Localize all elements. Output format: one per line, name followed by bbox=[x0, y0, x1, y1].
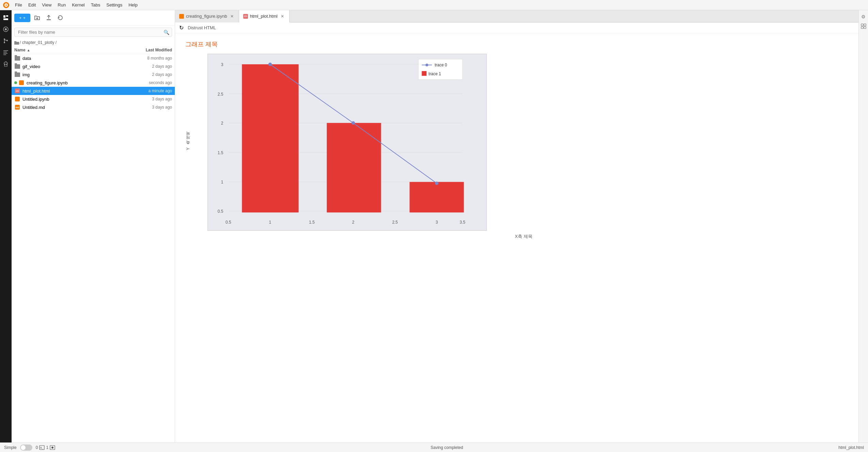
chart-svg: 3 2.5 2 1.5 1 0.5 0.5 1 1.5 2 bbox=[208, 54, 486, 230]
svg-point-53 bbox=[51, 447, 53, 449]
svg-point-2 bbox=[5, 4, 7, 6]
file-modified: 8 months ago bbox=[118, 56, 172, 61]
sidebar-git-btn[interactable] bbox=[1, 36, 11, 46]
mode-toggle[interactable] bbox=[20, 445, 32, 451]
tab-close-btn[interactable]: ✕ bbox=[280, 14, 285, 19]
refresh-action-icon: ↻ bbox=[179, 25, 184, 31]
svg-rect-47 bbox=[864, 24, 866, 26]
svg-rect-48 bbox=[861, 27, 863, 29]
tab-label: creating_figure.ipynb bbox=[186, 14, 227, 19]
menu-settings[interactable]: Settings bbox=[104, 2, 125, 8]
menu-file[interactable]: File bbox=[12, 2, 25, 8]
right-sidebar-settings-btn[interactable]: ⚙ bbox=[860, 13, 867, 20]
app-logo bbox=[3, 2, 10, 9]
menu-help[interactable]: Help bbox=[126, 2, 140, 8]
svg-text:0.5: 0.5 bbox=[226, 220, 231, 225]
file-modified: 2 days ago bbox=[118, 64, 172, 69]
svg-point-8 bbox=[4, 38, 5, 40]
right-sidebar-extensions-btn[interactable] bbox=[860, 22, 867, 30]
y-axis-label: Y축 제목 bbox=[185, 134, 191, 150]
list-item[interactable]: </> html_plot.html a minute ago bbox=[12, 87, 175, 95]
content-area: creating_figure.ipynb ✕ </> html_plot.ht… bbox=[175, 10, 858, 442]
tab-creating-figure[interactable]: creating_figure.ipynb ✕ bbox=[175, 10, 239, 22]
menu-view[interactable]: View bbox=[39, 2, 54, 8]
sidebar-files-btn[interactable] bbox=[1, 13, 11, 22]
svg-text:trace 1: trace 1 bbox=[429, 71, 441, 76]
search-icon: 🔍 bbox=[164, 30, 169, 35]
svg-text:3: 3 bbox=[221, 62, 223, 67]
tab-html-plot[interactable]: </> html_plot.html ✕ bbox=[239, 10, 290, 22]
new-folder-button[interactable] bbox=[32, 13, 42, 22]
folder-icon bbox=[14, 72, 20, 77]
svg-rect-14 bbox=[3, 52, 7, 52]
line-dot-2 bbox=[352, 121, 355, 125]
col-modified-header: Last Modified bbox=[118, 48, 172, 52]
sort-arrow-icon: ▲ bbox=[27, 48, 30, 52]
svg-rect-17 bbox=[5, 64, 5, 65]
running-indicator bbox=[14, 81, 17, 84]
svg-rect-5 bbox=[3, 18, 8, 20]
file-name: html_plot.html bbox=[22, 88, 118, 94]
file-name: gif_video bbox=[22, 64, 118, 69]
line-dot-1 bbox=[268, 63, 272, 66]
plot-area: 3 2.5 2 1.5 1 0.5 0.5 1 1.5 2 bbox=[207, 54, 487, 231]
svg-rect-15 bbox=[3, 53, 7, 54]
list-item[interactable]: data 8 months ago bbox=[12, 54, 175, 62]
refresh-button[interactable] bbox=[56, 13, 65, 22]
svg-text:1: 1 bbox=[221, 180, 223, 184]
sidebar-running-btn[interactable] bbox=[1, 25, 11, 34]
toggle-knob bbox=[21, 445, 26, 450]
svg-point-9 bbox=[4, 42, 5, 43]
file-name: Untitled.md bbox=[22, 105, 118, 110]
svg-point-7 bbox=[5, 28, 7, 30]
list-item[interactable]: Untitled.ipynb 3 days ago bbox=[12, 95, 175, 103]
breadcrumb: / chapter_01_plotly / bbox=[12, 39, 175, 46]
svg-text:0.5: 0.5 bbox=[218, 209, 223, 214]
file-list-header: Name ▲ Last Modified bbox=[12, 46, 175, 54]
menu-kernel[interactable]: Kernel bbox=[69, 2, 88, 8]
sort-by-name[interactable]: Name ▲ bbox=[14, 48, 118, 52]
bar-1 bbox=[242, 64, 298, 212]
tab-label: html_plot.html bbox=[250, 14, 278, 19]
list-item[interactable]: creating_figure.ipynb seconds ago bbox=[12, 79, 175, 87]
tab-close-btn[interactable]: ✕ bbox=[229, 14, 235, 19]
file-list: data 8 months ago gif_video 2 days ago i… bbox=[12, 54, 175, 442]
plot-container: Y축 제목 3 2.5 2 bbox=[185, 54, 848, 240]
search-input[interactable] bbox=[14, 28, 172, 37]
menu-edit[interactable]: Edit bbox=[26, 2, 38, 8]
html-file-icon: </> bbox=[14, 88, 20, 94]
menubar: File Edit View Run Kernel Tabs Settings … bbox=[0, 0, 868, 10]
action-bar: ↻ Distrust HTML bbox=[175, 22, 858, 33]
notebook-icon bbox=[18, 80, 25, 85]
svg-text:3.5: 3.5 bbox=[460, 220, 465, 225]
list-item[interactable]: img 2 days ago bbox=[12, 70, 175, 79]
menu-run[interactable]: Run bbox=[55, 2, 68, 8]
sidebar-extensions-btn[interactable] bbox=[1, 59, 11, 69]
svg-text:3: 3 bbox=[436, 220, 438, 225]
menu-tabs[interactable]: Tabs bbox=[88, 2, 103, 8]
status-counter: 0 $_ 1 bbox=[36, 445, 55, 450]
svg-text:$_: $_ bbox=[40, 446, 43, 449]
list-item[interactable]: gif_video 2 days ago bbox=[12, 62, 175, 70]
new-file-button[interactable]: + + bbox=[14, 14, 30, 22]
current-file-status: html_plot.html bbox=[838, 445, 864, 450]
sidebar-toc-btn[interactable] bbox=[1, 48, 11, 57]
svg-rect-44 bbox=[422, 71, 427, 76]
file-panel: + + 🔍 / chapter_01_plotly / Name bbox=[12, 10, 175, 442]
file-modified: 2 days ago bbox=[118, 72, 172, 77]
upload-button[interactable] bbox=[44, 13, 53, 22]
svg-rect-13 bbox=[3, 50, 8, 51]
svg-point-42 bbox=[425, 64, 428, 66]
distrust-html-button[interactable]: Distrust HTML bbox=[186, 25, 217, 31]
svg-text:trace 0: trace 0 bbox=[435, 63, 447, 67]
bar-3 bbox=[409, 182, 464, 213]
svg-rect-3 bbox=[3, 15, 5, 18]
file-panel-toolbar: + + bbox=[12, 10, 175, 26]
tab-notebook-icon bbox=[179, 14, 184, 19]
svg-line-12 bbox=[4, 40, 7, 41]
status-message: Saving completed bbox=[431, 445, 463, 450]
status-mode-label: Simple bbox=[4, 445, 17, 450]
file-modified: 3 days ago bbox=[118, 105, 172, 110]
svg-rect-4 bbox=[6, 15, 8, 17]
list-item[interactable]: md Untitled.md 3 days ago bbox=[12, 103, 175, 111]
